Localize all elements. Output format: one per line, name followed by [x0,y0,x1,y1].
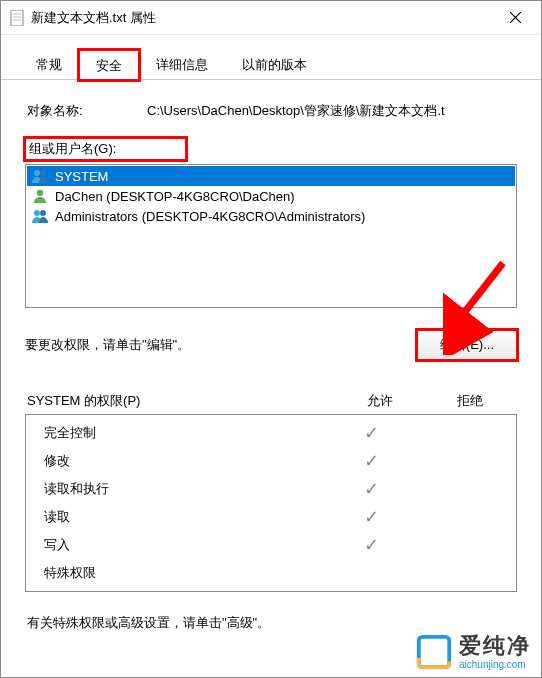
object-name-row: 对象名称: C:\Users\DaChen\Desktop\管家速修\新建文本文… [25,96,517,138]
permissions-table: 完全控制✓修改✓读取和执行✓读取✓写入✓特殊权限 [25,414,517,592]
tab-strip: 常规 安全 详细信息 以前的版本 [1,35,541,80]
permission-name: 读取和执行 [44,480,326,498]
tab-details[interactable]: 详细信息 [139,49,225,79]
permission-name: 读取 [44,508,326,526]
object-name-label: 对象名称: [27,102,147,120]
object-name-value: C:\Users\DaChen\Desktop\管家速修\新建文本文档.t [147,102,515,120]
permission-name: 特殊权限 [44,564,326,582]
list-item[interactable]: DaChen (DESKTOP-4KG8CRO\DaChen) [27,186,515,206]
user-icon [31,188,49,204]
svg-point-10 [40,210,46,216]
svg-rect-14 [419,637,449,667]
allow-check-icon: ✓ [326,538,416,552]
allow-check-icon: ✓ [326,454,416,468]
permission-row: 读取和执行✓ [26,475,516,503]
close-icon [510,12,521,23]
col-allow: 允许 [335,392,425,410]
permission-row: 特殊权限 [26,559,516,587]
list-item[interactable]: SYSTEM [27,166,515,186]
allow-check-icon: ✓ [326,510,416,524]
tab-general[interactable]: 常规 [19,49,79,79]
edit-row: 要更改权限，请单击"编辑"。 编辑(E)... [25,330,517,360]
groups-label-wrap: 组或用户名(G): [25,138,517,160]
allow-check-icon: ✓ [326,426,416,440]
document-icon [9,10,25,26]
groups-label: 组或用户名(G): [25,138,186,160]
watermark-logo-icon [415,633,453,671]
titlebar: 新建文本文档.txt 属性 [1,1,541,35]
advanced-hint: 有关特殊权限或高级设置，请单击"高级"。 [25,592,517,632]
watermark-sub: aichunjing.com [459,659,531,670]
permissions-header: SYSTEM 的权限(P) 允许 拒绝 [25,368,517,414]
permission-row: 完全控制✓ [26,419,516,447]
permission-row: 修改✓ [26,447,516,475]
svg-rect-0 [11,10,23,26]
list-item[interactable]: Administrators (DESKTOP-4KG8CRO\Administ… [27,206,515,226]
edit-hint: 要更改权限，请单击"编辑"。 [25,336,190,354]
watermark: 爱纯净 aichunjing.com [415,633,531,671]
tab-previous-versions[interactable]: 以前的版本 [225,49,324,79]
list-item-label: DaChen (DESKTOP-4KG8CRO\DaChen) [55,189,295,204]
permission-row: 读取✓ [26,503,516,531]
permissions-title: SYSTEM 的权限(P) [27,392,335,410]
watermark-main: 爱纯净 [459,634,531,658]
tab-security[interactable]: 安全 [79,50,139,80]
svg-point-7 [40,170,46,176]
close-button[interactable] [493,3,537,33]
permission-name: 写入 [44,536,326,554]
svg-point-6 [34,170,40,176]
permission-name: 完全控制 [44,424,326,442]
list-item-label: Administrators (DESKTOP-4KG8CRO\Administ… [55,209,365,224]
svg-rect-13 [419,637,449,667]
tab-content: 对象名称: C:\Users\DaChen\Desktop\管家速修\新建文本文… [1,86,541,632]
permission-name: 修改 [44,452,326,470]
list-item-label: SYSTEM [55,169,108,184]
col-deny: 拒绝 [425,392,515,410]
svg-point-8 [37,190,43,196]
window-title: 新建文本文档.txt 属性 [31,9,493,27]
users-listbox[interactable]: SYSTEMDaChen (DESKTOP-4KG8CRO\DaChen)Adm… [25,164,517,308]
svg-point-9 [34,210,40,216]
users-icon [31,168,49,184]
edit-button[interactable]: 编辑(E)... [417,330,517,360]
allow-check-icon: ✓ [326,482,416,496]
users-icon [31,208,49,224]
permission-row: 写入✓ [26,531,516,559]
